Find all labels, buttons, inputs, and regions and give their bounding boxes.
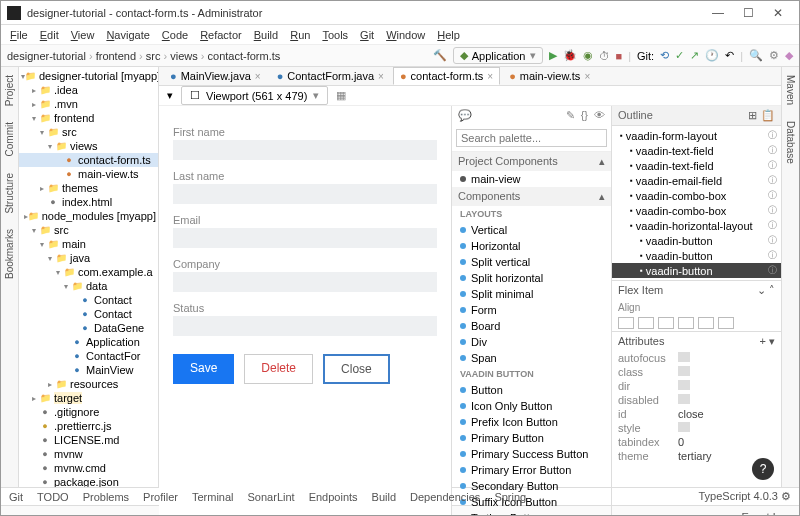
editor-tab[interactable]: ●main-view.ts× xyxy=(502,67,597,85)
save-button[interactable]: Save xyxy=(173,354,234,384)
palette-item[interactable]: Div xyxy=(452,334,611,350)
palette-item[interactable]: Tertiary Button xyxy=(452,510,611,516)
breadcrumb-item[interactable]: views xyxy=(170,50,198,62)
tree-node[interactable]: ●mvnw.cmd xyxy=(19,461,158,475)
viewport-selector[interactable]: ☐Viewport (561 x 479)▾ xyxy=(181,86,328,105)
tree-node[interactable]: ▸📁resources xyxy=(19,377,158,391)
palette-item[interactable]: Split horizontal xyxy=(452,270,611,286)
tree-node[interactable]: ●main-view.ts xyxy=(19,167,158,181)
tool-tab-maven[interactable]: Maven xyxy=(785,75,796,105)
attribute-row[interactable]: disabled xyxy=(612,393,781,407)
tree-node[interactable]: ▾📁src xyxy=(19,223,158,237)
tree-node[interactable]: ▾📁data xyxy=(19,279,158,293)
tree-node[interactable]: ▸📁node_modules [myapp] xyxy=(19,209,158,223)
dropdown-icon[interactable]: ▾ xyxy=(167,89,173,102)
outline-node[interactable]: ▪vaadin-form-layoutⓘ xyxy=(612,128,781,143)
palette-item[interactable]: Board xyxy=(452,318,611,334)
bottom-tool-profiler[interactable]: Profiler xyxy=(143,491,178,503)
git-label[interactable]: Git: xyxy=(637,50,654,62)
palette-item[interactable]: Primary Error Button xyxy=(452,462,611,478)
hammer-icon[interactable]: 🔨 xyxy=(433,49,447,62)
bottom-tool-terminal[interactable]: Terminal xyxy=(192,491,234,503)
edit-icon[interactable]: ✎ xyxy=(566,109,575,122)
tree-node[interactable]: ▾📁src xyxy=(19,125,158,139)
tree-node[interactable]: ▾📁designer-tutorial [myapp] xyxy=(19,69,158,83)
attribute-row[interactable]: style xyxy=(612,421,781,435)
bottom-tool-build[interactable]: Build xyxy=(372,491,396,503)
breadcrumb-item[interactable]: src xyxy=(146,50,161,62)
menu-help[interactable]: Help xyxy=(432,28,465,42)
stop-icon[interactable]: ■ xyxy=(616,50,623,62)
menu-window[interactable]: Window xyxy=(381,28,430,42)
flex-expand-icon[interactable]: ⌄ ˄ xyxy=(757,284,775,297)
attribute-row[interactable]: class xyxy=(612,365,781,379)
bottom-tool-dependencies[interactable]: Dependencies xyxy=(410,491,480,503)
breadcrumb-item[interactable]: frontend xyxy=(96,50,136,62)
maximize-button[interactable]: ☐ xyxy=(733,6,763,20)
editor-tab[interactable]: ●ContactForm.java× xyxy=(270,67,391,85)
form-field-input[interactable] xyxy=(173,316,437,336)
breadcrumb-item[interactable]: designer-tutorial xyxy=(7,50,86,62)
tree-node[interactable]: ●contact-form.ts xyxy=(19,153,158,167)
tree-node[interactable]: ▸📁.mvn xyxy=(19,97,158,111)
palette-item[interactable]: Vertical xyxy=(452,222,611,238)
bottom-tool-problems[interactable]: Problems xyxy=(83,491,129,503)
outline-action-icon[interactable]: ⊞ xyxy=(748,109,757,122)
tree-node[interactable]: ▸📁target xyxy=(19,391,158,405)
run-config-selector[interactable]: ◆ Application ▾ xyxy=(453,47,543,64)
form-field-input[interactable] xyxy=(173,272,437,292)
attribute-row[interactable]: autofocus xyxy=(612,351,781,365)
tree-node[interactable]: ▸📁themes xyxy=(19,181,158,195)
palette-item[interactable]: Primary Success Button xyxy=(452,446,611,462)
chat-icon[interactable]: 💬 xyxy=(458,109,472,122)
breadcrumb-item[interactable]: contact-form.ts xyxy=(208,50,281,62)
grid-icon[interactable]: ▦ xyxy=(336,89,346,102)
tree-node[interactable]: ●.prettierrc.js xyxy=(19,419,158,433)
menu-refactor[interactable]: Refactor xyxy=(195,28,247,42)
tree-node[interactable]: ▾📁com.example.a xyxy=(19,265,158,279)
close-window-button[interactable]: ✕ xyxy=(763,6,793,20)
tree-node[interactable]: ▾📁frontend xyxy=(19,111,158,125)
tree-node[interactable]: ▾📁java xyxy=(19,251,158,265)
tree-node[interactable]: ▸📁.idea xyxy=(19,83,158,97)
menu-code[interactable]: Code xyxy=(157,28,193,42)
git-update-icon[interactable]: ⟲ xyxy=(660,49,669,62)
tree-node[interactable]: ●Contact xyxy=(19,307,158,321)
palette-section-header[interactable]: Components▴ xyxy=(452,187,611,206)
outline-action-icon[interactable]: 📋 xyxy=(761,109,775,122)
help-fab[interactable]: ? xyxy=(752,458,774,480)
git-push-icon[interactable]: ↗ xyxy=(690,49,699,62)
attribute-row[interactable]: idclose xyxy=(612,407,781,421)
editor-tab[interactable]: ●MainView.java× xyxy=(163,67,268,85)
run-icon[interactable]: ▶ xyxy=(549,49,557,62)
editor-tab[interactable]: ●contact-form.ts× xyxy=(393,67,500,85)
git-rollback-icon[interactable]: ↶ xyxy=(725,49,734,62)
bottom-tool-sonarlint[interactable]: SonarLint xyxy=(248,491,295,503)
palette-item[interactable]: Button xyxy=(452,382,611,398)
bottom-tool-spring[interactable]: Spring xyxy=(494,491,526,503)
code-icon[interactable]: {} xyxy=(581,109,588,122)
tree-node[interactable]: ●LICENSE.md xyxy=(19,433,158,447)
ai-icon[interactable]: ◆ xyxy=(785,49,793,62)
outline-node[interactable]: ▪vaadin-buttonⓘ xyxy=(612,248,781,263)
debug-icon[interactable]: 🐞 xyxy=(563,49,577,62)
outline-node[interactable]: ▪vaadin-buttonⓘ xyxy=(612,263,781,278)
palette-item[interactable]: Primary Button xyxy=(452,430,611,446)
tree-node[interactable]: ●mvnw xyxy=(19,447,158,461)
tree-node[interactable]: ●package.json xyxy=(19,475,158,487)
coverage-icon[interactable]: ◉ xyxy=(583,49,593,62)
menu-view[interactable]: View xyxy=(66,28,100,42)
bottom-tool-git[interactable]: Git xyxy=(9,491,23,503)
menu-run[interactable]: Run xyxy=(285,28,315,42)
git-commit-icon[interactable]: ✓ xyxy=(675,49,684,62)
menu-build[interactable]: Build xyxy=(249,28,283,42)
menu-file[interactable]: File xyxy=(5,28,33,42)
palette-item[interactable]: Prefix Icon Button xyxy=(452,414,611,430)
menu-git[interactable]: Git xyxy=(355,28,379,42)
outline-node[interactable]: ▪vaadin-horizontal-layoutⓘ xyxy=(612,218,781,233)
palette-item[interactable]: Horizontal xyxy=(452,238,611,254)
settings-icon[interactable]: ⚙ xyxy=(769,49,779,62)
tree-node[interactable]: ●index.html xyxy=(19,195,158,209)
tree-node[interactable]: ●.gitignore xyxy=(19,405,158,419)
menu-edit[interactable]: Edit xyxy=(35,28,64,42)
